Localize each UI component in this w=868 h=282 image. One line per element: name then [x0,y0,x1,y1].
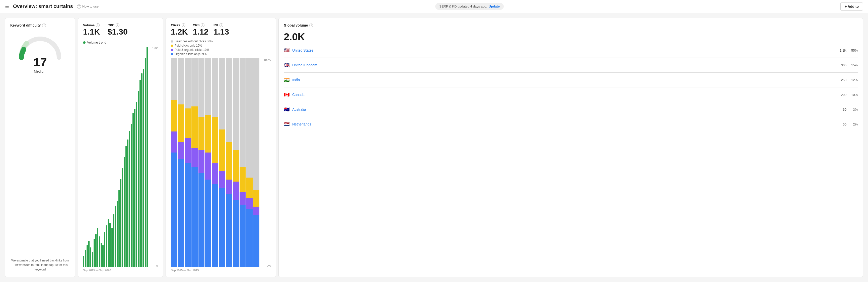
global-volume-card: Global volume ? 2.0K 🇺🇸United States1.1K… [278,18,863,277]
country-name[interactable]: United Kingdom [292,63,834,67]
serp-notice: SERP & KD updated 4 days ago. Update [435,3,504,10]
country-row: 🇨🇦Canada20010% [284,92,858,98]
volume-bar [110,223,111,267]
legend-item: Organic clicks only 39% [171,52,271,56]
volume-bar [95,234,97,267]
country-volume: 1.1K [836,48,846,52]
kd-help-icon[interactable]: ? [42,24,46,27]
stacked-bar-segment [246,58,252,177]
volume-bar [92,252,93,267]
stacked-bar-segment [185,163,191,267]
global-volume-value: 2.0K [284,31,858,43]
gauge-container: 17 Medium [10,34,70,73]
rr-value: 1.13 [214,27,229,37]
stacked-bar-segment [198,150,205,173]
country-name[interactable]: Netherlands [292,122,834,126]
stacked-bar-group [178,58,184,267]
volume-bar [87,245,88,267]
country-name[interactable]: United States [292,48,834,52]
stacked-bar-segment [240,205,246,267]
volume-bar [83,256,84,267]
volume-y-max: 1.8K [152,47,158,50]
volume-bar [143,69,144,267]
cps-label-text: CPS [193,23,200,27]
menu-icon[interactable]: ☰ [5,4,9,9]
volume-bar [127,140,128,267]
country-volume: 60 [836,108,846,111]
stacked-bar-segment [253,190,259,207]
volume-chart-y-labels: 1.8K0 [152,47,158,267]
stacked-bar-segment [253,58,259,190]
stacked-bar-segment [178,142,184,159]
volume-bar [104,232,105,267]
volume-bar [129,131,130,267]
volume-bar [147,47,148,267]
rr-help-icon[interactable]: ? [219,23,223,27]
stacked-bar-segment [246,198,252,209]
stacked-bar-segment [246,209,252,267]
clicks-y-min: 0% [267,264,271,267]
clicks-legend: Searches without clicks 36%Paid clicks o… [171,40,271,56]
volume-bar [112,228,113,267]
add-to-button[interactable]: + Add to [840,2,863,10]
clicks-stacked-chart: 100% 0% 100%0% [171,58,271,267]
stacked-bar-group [253,58,259,267]
update-link[interactable]: Update [489,4,500,8]
stacked-bar-segment [219,58,225,129]
cpc-metric: CPC ? $1.30 [107,23,128,37]
volume-help-icon[interactable]: ? [96,23,100,27]
cpc-help-icon[interactable]: ? [116,23,119,27]
volume-bar [124,157,125,267]
stacked-bar-segment [178,159,184,267]
country-row: 🇺🇸United States1.1K55% [284,47,858,53]
clicks-help-icon[interactable]: ? [182,23,185,27]
volume-bar [125,146,127,267]
stacked-bar-segment [171,58,177,100]
clicks-y-max: 100% [264,58,271,61]
volume-date-range: Sep 2015 — Sep 2020 [83,269,158,272]
volume-y-min: 0 [156,264,158,267]
clicks-date-range: Sep 2015 — Dec 2019 [171,269,271,272]
volume-bar [115,206,116,267]
cps-help-icon[interactable]: ? [201,23,205,27]
trend-label-text: Volume trend [87,41,106,44]
country-name[interactable]: Australia [292,107,834,111]
how-to-use-button[interactable]: ? How to use [77,4,99,8]
country-name[interactable]: India [292,78,834,82]
clicks-card: Clicks ? 1.2K CPS ? 1.12 RR ? 1.13 S [165,18,276,277]
volume-bar [140,80,141,267]
global-volume-help-icon[interactable]: ? [309,24,313,27]
country-name[interactable]: Canada [292,93,834,97]
volume-bar [90,247,91,267]
stacked-bar-segment [246,178,252,198]
stacked-bar-segment [226,180,232,194]
volume-bar [118,190,120,267]
kd-card-title: Keyword difficulty ? [10,23,70,27]
clicks-value: 1.2K [171,27,188,37]
volume-bar [113,214,114,267]
stacked-bar-group [191,58,197,267]
stacked-bar-segment [185,58,191,108]
volume-metrics-row: Volume ? 1.1K CPC ? $1.30 [83,23,158,37]
country-percent: 12% [849,78,858,82]
legend-dot [171,44,173,47]
clicks-metrics-row: Clicks ? 1.2K CPS ? 1.12 RR ? 1.13 [171,23,271,37]
country-divider [284,117,858,117]
stacked-bar-segment [185,108,191,138]
volume-bar [85,250,86,267]
volume-label-text: Volume [83,23,95,27]
stacked-bar-segment [198,173,205,267]
volume-bar [141,73,143,267]
country-percent: 2% [849,122,858,126]
country-volume: 300 [836,63,846,67]
clicks-label: Clicks ? [171,23,188,27]
country-volume: 50 [836,122,846,126]
how-to-use-label: How to use [82,4,99,8]
country-divider [284,58,858,58]
cpc-label: CPC ? [107,23,128,27]
stacked-bar-segment [219,188,225,267]
volume-bar [145,58,146,267]
stacked-bar-segment [191,106,197,148]
volume-bar [94,239,95,267]
keyword-difficulty-card: Keyword difficulty ? 17 Medium We estima… [5,18,75,277]
